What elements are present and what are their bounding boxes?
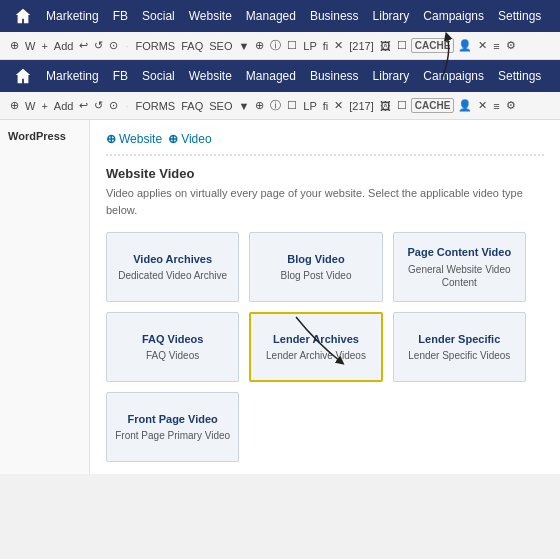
main-toolbar-img2[interactable]: ☐ <box>395 98 409 113</box>
nav-home[interactable] <box>8 0 38 32</box>
main-toolbar-settings[interactable]: ⚙ <box>504 98 518 113</box>
nav-library[interactable]: Library <box>367 0 416 32</box>
toolbar-x1[interactable]: ✕ <box>332 38 345 53</box>
main-nav-bar: Marketing FB Social Website Managed Busi… <box>0 60 560 92</box>
main-nav-website[interactable]: Website <box>183 60 238 92</box>
breadcrumb-plus2[interactable]: ⊕ Video <box>168 132 211 146</box>
main-toolbar-info[interactable]: ⓘ <box>268 97 283 114</box>
main-toolbar-square[interactable]: ☐ <box>285 98 299 113</box>
main-toolbar-list[interactable]: ≡ <box>491 99 501 113</box>
main-sep1: · <box>123 99 130 113</box>
main-toolbar-circle[interactable]: ⊕ <box>253 98 266 113</box>
nav-business[interactable]: Business <box>304 0 365 32</box>
main-nav-campaigns[interactable]: Campaigns <box>417 60 490 92</box>
nav-fb[interactable]: FB <box>107 0 134 32</box>
sidebar: WordPress <box>0 120 90 474</box>
main-toolbar-redo[interactable]: ↺ <box>92 98 105 113</box>
toolbar-person[interactable]: 👤 <box>456 38 474 53</box>
video-card-lender-archives[interactable]: Lender Archives Lender Archive Videos <box>249 312 382 382</box>
card-subtitle-lender-archives: Lender Archive Videos <box>266 349 366 362</box>
main-toolbar-w[interactable]: W <box>23 99 37 113</box>
main-nav-managed[interactable]: Managed <box>240 60 302 92</box>
video-grid-row1: Video Archives Dedicated Video Archive B… <box>106 232 526 302</box>
main-nav-social[interactable]: Social <box>136 60 181 92</box>
toolbar-seo[interactable]: SEO <box>207 39 234 53</box>
main-toolbar-img[interactable]: 🖼 <box>378 99 393 113</box>
card-title-front-page: Front Page Video <box>128 412 218 426</box>
toolbar-undo[interactable]: ↩ <box>77 38 90 53</box>
nav-campaigns[interactable]: Campaigns <box>417 0 490 32</box>
toolbar-lp[interactable]: LP <box>301 39 318 53</box>
video-card-page-content[interactable]: Page Content Video General Website Video… <box>393 232 526 302</box>
card-title-blog: Blog Video <box>287 252 344 266</box>
video-card-archives[interactable]: Video Archives Dedicated Video Archive <box>106 232 239 302</box>
toolbar-x2[interactable]: ✕ <box>476 38 489 53</box>
toolbar-img[interactable]: 🖼 <box>378 39 393 53</box>
nav-settings[interactable]: Settings <box>492 0 547 32</box>
toolbar-circle[interactable]: ⊕ <box>253 38 266 53</box>
empty-cell-1 <box>249 392 382 462</box>
top-toolbar: ⊕ W + Add ↩ ↺ ⊙ · FORMS FAQ SEO ▼ ⊕ ⓘ ☐ … <box>0 32 560 60</box>
empty-cell-2 <box>393 392 526 462</box>
toolbar-plus[interactable]: + <box>39 39 49 53</box>
content-area: ⊕ Website ⊕ Video Website Video Video ap… <box>90 120 560 474</box>
toolbar-img2[interactable]: ☐ <box>395 38 409 53</box>
main-nav-fb[interactable]: FB <box>107 60 134 92</box>
main-nav-home[interactable] <box>8 60 38 92</box>
card-title-faq: FAQ Videos <box>142 332 204 346</box>
main-toolbar-fi[interactable]: fi <box>321 99 331 113</box>
main-toolbar-add[interactable]: Add <box>52 99 76 113</box>
main-toolbar-x1[interactable]: ✕ <box>332 98 345 113</box>
main-toolbar-arrow[interactable]: ▼ <box>236 99 251 113</box>
toolbar-w[interactable]: W <box>23 39 37 53</box>
toolbar-count: [217] <box>347 39 375 53</box>
card-subtitle-faq: FAQ Videos <box>146 349 199 362</box>
nav-website[interactable]: Website <box>183 0 238 32</box>
toolbar-fi[interactable]: fi <box>321 39 331 53</box>
breadcrumb-video[interactable]: Video <box>181 132 211 146</box>
nav-marketing[interactable]: Marketing <box>40 0 105 32</box>
main-nav-business[interactable]: Business <box>304 60 365 92</box>
page-description: Video applies on virtually every page of… <box>106 185 544 218</box>
toolbar-add[interactable]: Add <box>52 39 76 53</box>
page-title: Website Video <box>106 166 544 181</box>
main-toolbar-wp[interactable]: ⊕ <box>8 98 21 113</box>
main-toolbar-plus[interactable]: + <box>39 99 49 113</box>
card-title-archives: Video Archives <box>133 252 212 266</box>
breadcrumb-plus[interactable]: ⊕ Website <box>106 132 162 146</box>
main-toolbar-forms[interactable]: FORMS <box>133 99 177 113</box>
main-toolbar-lp[interactable]: LP <box>301 99 318 113</box>
main-nav-marketing[interactable]: Marketing <box>40 60 105 92</box>
plus-icon2: ⊕ <box>168 132 178 146</box>
card-title-lender-archives: Lender Archives <box>273 332 359 346</box>
main-nav-library[interactable]: Library <box>367 60 416 92</box>
main-nav-settings[interactable]: Settings <box>492 60 547 92</box>
toolbar-redo[interactable]: ↺ <box>92 38 105 53</box>
toolbar-square[interactable]: ☐ <box>285 38 299 53</box>
card-subtitle-page-content: General Website Video Content <box>402 263 517 289</box>
video-card-faq[interactable]: FAQ Videos FAQ Videos <box>106 312 239 382</box>
main-toolbar-faq[interactable]: FAQ <box>179 99 205 113</box>
cache-button[interactable]: CACHE <box>411 38 455 53</box>
breadcrumb-website[interactable]: Website <box>119 132 162 146</box>
main-toolbar-undo[interactable]: ↩ <box>77 98 90 113</box>
toolbar-arrow[interactable]: ▼ <box>236 39 251 53</box>
toolbar-faq[interactable]: FAQ <box>179 39 205 53</box>
main-toolbar-count: [217] <box>347 99 375 113</box>
card-subtitle-archives: Dedicated Video Archive <box>118 269 227 282</box>
video-grid-container: Video Archives Dedicated Video Archive B… <box>106 232 544 462</box>
main-toolbar-x2[interactable]: ✕ <box>476 98 489 113</box>
toolbar-wp-icon[interactable]: ⊕ <box>8 38 21 53</box>
nav-managed[interactable]: Managed <box>240 0 302 32</box>
nav-social[interactable]: Social <box>136 0 181 32</box>
main-toolbar-seo[interactable]: SEO <box>207 99 234 113</box>
video-card-blog[interactable]: Blog Video Blog Post Video <box>249 232 382 302</box>
toolbar-settings-icon[interactable]: ⚙ <box>504 38 518 53</box>
video-card-front-page[interactable]: Front Page Video Front Page Primary Vide… <box>106 392 239 462</box>
toolbar-list[interactable]: ≡ <box>491 39 501 53</box>
toolbar-forms[interactable]: FORMS <box>133 39 177 53</box>
main-cache-button[interactable]: CACHE <box>411 98 455 113</box>
video-card-lender-specific[interactable]: Lender Specific Lender Specific Videos <box>393 312 526 382</box>
toolbar-info[interactable]: ⓘ <box>268 37 283 54</box>
main-toolbar-person[interactable]: 👤 <box>456 98 474 113</box>
